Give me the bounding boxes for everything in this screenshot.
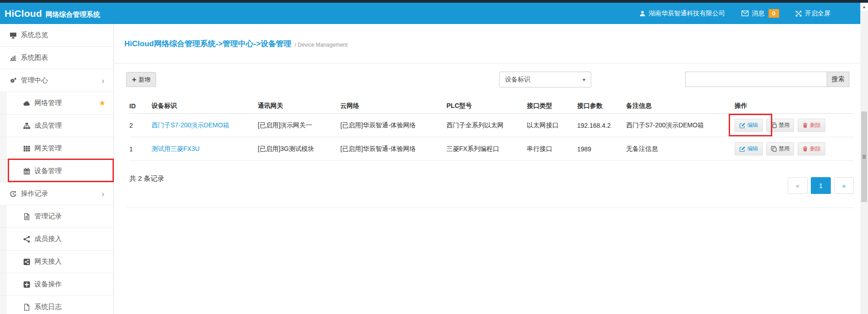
- sidebar-item-label: 系统日志: [34, 303, 62, 311]
- content-divider: [126, 208, 854, 208]
- edit-button[interactable]: 编辑: [735, 119, 763, 132]
- device-link[interactable]: 西门子S7-200演示DEMO箱: [152, 121, 229, 129]
- cell-interface-type: 以太网接口: [527, 114, 577, 137]
- bar-chart-icon: [8, 54, 18, 62]
- sidebar-item-member-management[interactable]: 成员管理: [0, 115, 113, 137]
- breadcrumb-title: HiCloud网络综合管理系统->管理中心->设备管理: [124, 39, 291, 49]
- cell-interface-type: 串行接口: [527, 137, 577, 161]
- sidebar-item-system-overview[interactable]: 系统总览: [0, 24, 113, 47]
- search-group: 搜索: [685, 72, 849, 87]
- sidebar-item-system-charts[interactable]: 系统图表: [0, 47, 113, 69]
- cell-remark: 西门子S7-200演示DEMO箱: [626, 114, 735, 137]
- search-button[interactable]: 搜索: [827, 72, 849, 87]
- sidebar-item-member-access[interactable]: 成员接入: [0, 228, 113, 251]
- sidebar-item-label: 操作记录: [21, 189, 48, 198]
- sidebar-item-management-records[interactable]: 管理记录: [0, 205, 113, 228]
- edit-icon: [739, 146, 745, 152]
- pagination-page-1[interactable]: 1: [811, 177, 831, 194]
- row-actions: 编辑 禁用 删除: [735, 119, 854, 132]
- cell-id: 2: [129, 114, 152, 137]
- sidebar-item-label: 成员接入: [34, 235, 62, 243]
- caret-down-icon: ▾: [583, 77, 585, 83]
- cell-cloud-network: [已启用]华辰智通-体验网络: [340, 114, 446, 137]
- table-header-row: ID 设备标识 通讯网关 云网络 PLC型号 接口类型 接口参数 备注信息 操作: [129, 99, 854, 114]
- sidebar-item-management-center[interactable]: 管理中心 ›: [0, 69, 113, 92]
- col-cloud-network: 云网络: [340, 99, 446, 114]
- sidebar-item-gateway-access[interactable]: 网关接入: [0, 251, 113, 273]
- clone-icon: [771, 122, 777, 128]
- device-filter-select[interactable]: 设备标识 ▾: [499, 72, 591, 87]
- brand-name: HiCloud: [5, 8, 42, 19]
- edit-button[interactable]: 编辑: [735, 142, 763, 155]
- sidebar-item-label: 网络管理: [34, 99, 62, 107]
- scrollbar: ▲: [860, 3, 868, 314]
- calendar-icon: [22, 168, 32, 175]
- delete-button-label: 删除: [810, 145, 821, 153]
- navbar-right: 湖南华辰智通科技有限公司 消息 0 开启全屏: [639, 9, 830, 18]
- delete-button-label: 删除: [810, 121, 821, 129]
- history-icon: [8, 190, 18, 198]
- add-button-label: 新增: [138, 76, 150, 84]
- toolbar: + 新增 设备标识 ▾ 搜索: [126, 72, 854, 87]
- add-button[interactable]: + 新增: [126, 72, 156, 87]
- filter-selected-value: 设备标识: [505, 76, 530, 84]
- sidebar-item-label: 系统图表: [21, 53, 48, 62]
- disable-button[interactable]: 禁用: [766, 142, 794, 155]
- fullscreen-toggle[interactable]: 开启全屏: [795, 10, 830, 18]
- clone-icon: [771, 146, 777, 152]
- delete-button[interactable]: 删除: [798, 119, 825, 132]
- brand-suffix: 网络综合管理系统: [46, 10, 100, 19]
- trash-icon: [802, 146, 808, 152]
- messages-label: 消息: [752, 10, 765, 18]
- pagination-prev-button[interactable]: «: [788, 177, 808, 194]
- sidebar-item-gateway-management[interactable]: 网关管理: [0, 137, 113, 160]
- file-text-icon: [22, 213, 32, 220]
- device-table-wrap: ID 设备标识 通讯网关 云网络 PLC型号 接口类型 接口参数 备注信息 操作…: [129, 99, 854, 161]
- device-table: ID 设备标识 通讯网关 云网络 PLC型号 接口类型 接口参数 备注信息 操作…: [129, 99, 854, 161]
- table-footer: 共 2 条记录 « 1 »: [129, 170, 854, 194]
- device-link[interactable]: 测试用三菱FX3U: [152, 145, 200, 152]
- sidebar-item-system-logs[interactable]: 系统日志: [0, 296, 113, 314]
- cell-id: 1: [129, 137, 152, 161]
- main-content: HiCloud网络综合管理系统->管理中心->设备管理 / Device Man…: [114, 24, 860, 314]
- scrollbar-thumb[interactable]: [861, 111, 867, 202]
- sidebar-item-label: 网关接入: [34, 257, 62, 266]
- plus-square-icon: [22, 281, 32, 288]
- search-input[interactable]: [685, 72, 827, 87]
- sidebar-item-label: 网关管理: [34, 144, 62, 153]
- col-id: ID: [129, 99, 152, 114]
- user-icon: [639, 10, 646, 17]
- pagination-next-button[interactable]: »: [834, 177, 854, 194]
- delete-button[interactable]: 删除: [798, 142, 825, 155]
- expand-arrows-icon: [795, 10, 802, 17]
- cell-cloud-network: [已启用]华辰智通-体验网络: [340, 137, 446, 161]
- share-icon: [22, 236, 32, 243]
- file-icon: [22, 304, 32, 311]
- page: HiCloud 网络综合管理系统 湖南华辰智通科技有限公司 消息 0: [0, 0, 868, 314]
- messages-menu[interactable]: 消息 0: [741, 9, 779, 18]
- pagination: « 1 »: [788, 177, 854, 194]
- cell-remark: 无备注信息: [626, 137, 735, 161]
- sidebar-item-label: 管理中心: [21, 76, 48, 85]
- fullscreen-label: 开启全屏: [805, 10, 830, 18]
- disable-button-label: 禁用: [779, 145, 790, 153]
- sitemap-icon: [22, 122, 32, 130]
- col-gateway: 通讯网关: [258, 99, 340, 114]
- messages-count-badge: 0: [769, 9, 779, 18]
- sidebar-item-label: 管理记录: [34, 212, 62, 221]
- sidebar-item-device-operations[interactable]: 设备操作: [0, 273, 113, 296]
- table-row: 1 测试用三菱FX3U [已启用]3G测试模块 [已启用]华辰智通-体验网络 三…: [129, 137, 854, 161]
- mail-icon: [741, 10, 749, 16]
- scrollbar-grip: [863, 155, 866, 156]
- disable-button[interactable]: 禁用: [766, 119, 794, 132]
- table-row: 2 西门子S7-200演示DEMO箱 [已启用]演示网关一 [已启用]华辰智通-…: [129, 114, 854, 137]
- col-plc-model: PLC型号: [446, 99, 527, 114]
- account-menu[interactable]: 湖南华辰智通科技有限公司: [639, 10, 725, 18]
- sidebar-item-network-management[interactable]: 网络管理 ★: [0, 92, 113, 115]
- sidebar-item-operation-records[interactable]: 操作记录 ›: [0, 183, 113, 205]
- edit-icon: [739, 122, 745, 129]
- col-remark: 备注信息: [626, 99, 735, 114]
- sidebar-item-device-management[interactable]: 设备管理: [0, 160, 113, 183]
- scroll-up-icon[interactable]: ▲: [860, 3, 868, 11]
- col-actions: 操作: [735, 99, 854, 114]
